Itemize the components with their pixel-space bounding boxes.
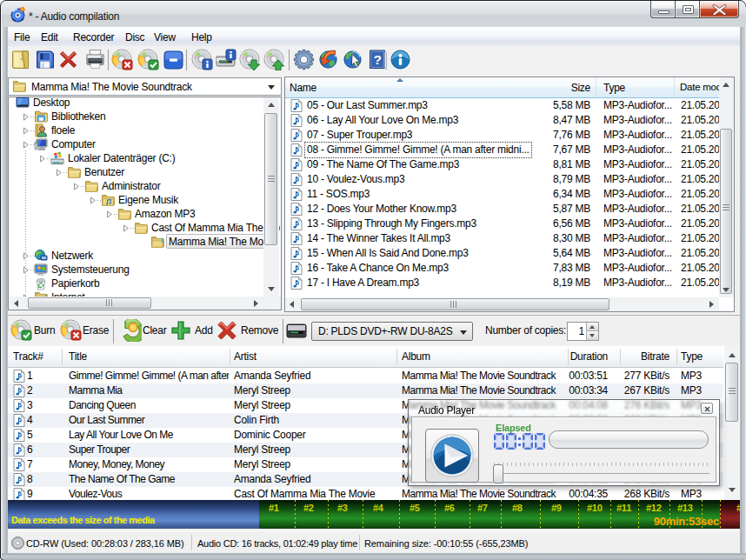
svg-text:?: ?	[374, 52, 382, 67]
